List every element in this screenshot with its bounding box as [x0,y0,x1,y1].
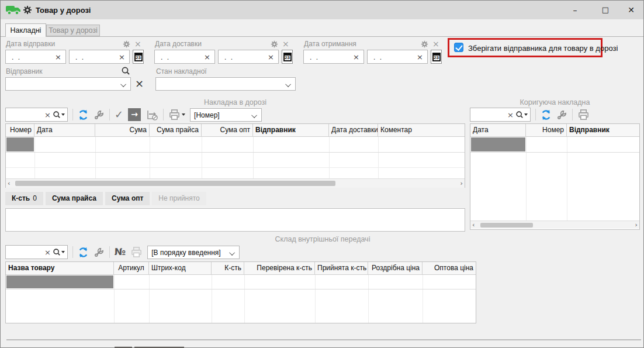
scroll-thumb[interactable] [480,223,533,228]
column-header[interactable]: Перевірена к-сть [244,262,315,274]
clear-icon[interactable]: × [268,53,274,61]
column-header[interactable]: Дата [470,124,526,136]
invoice-table-body[interactable] [6,137,465,178]
column-header[interactable]: Оптова ціна [423,262,476,274]
received-date-calendar-button[interactable]: 23 [431,50,442,64]
minimize-button[interactable]: – [569,4,581,16]
clear-icon[interactable]: × [417,53,423,61]
selected-cell[interactable] [6,275,113,288]
received-date-to-input[interactable]: . . × [367,50,428,64]
sender-combobox[interactable] [5,77,131,91]
sent-date-calendar-button[interactable]: 23 [133,50,144,64]
refresh-icon[interactable] [78,247,89,258]
clear-filter-icon[interactable]: × [432,40,439,48]
column-header[interactable]: Коментар [378,124,465,136]
column-header[interactable]: Відправник [253,124,329,136]
column-header[interactable]: Номер [526,124,567,136]
qty-summary-button[interactable]: К-сть0 [5,192,43,205]
sent-date-from-input[interactable]: . . × [5,50,66,64]
correction-panel-title: Коригуюча накладна [470,98,640,106]
settings-wrench-icon[interactable] [556,109,567,120]
delivery-date-from-input[interactable]: . . × [154,50,215,64]
accept-check-icon[interactable]: ✓ [115,109,123,120]
column-header[interactable]: Відправник [567,124,639,136]
transfer-table-body[interactable] [6,275,476,323]
column-header[interactable]: Сума прайса [150,124,202,136]
tab-goods-in-transit[interactable]: Товар у дорозі [46,25,100,36]
correction-table-hscrollbar[interactable]: ‹ › [470,220,639,229]
clear-sender-icon[interactable]: × [135,77,144,89]
clear-icon[interactable]: × [55,53,61,61]
clear-icon[interactable]: × [204,53,210,61]
printer-icon[interactable] [577,109,590,120]
invoice-state-label: Стан накладної [156,67,207,75]
search-icon[interactable] [121,66,130,75]
correction-search-input[interactable]: × [470,108,531,122]
invoice-panel-title: Накладна в дорозі [5,98,465,106]
scroll-left-icon[interactable]: ‹ [8,180,10,187]
scroll-right-icon[interactable]: › [635,221,638,229]
save-sender-checkbox[interactable] [454,43,463,52]
column-header[interactable]: Артикул [114,262,149,274]
invoice-state-combobox[interactable] [155,77,296,91]
separator [572,109,573,120]
received-date-from-input[interactable]: . . × [303,50,364,64]
column-header[interactable]: К-сть [212,262,244,274]
chevron-down-icon [251,112,257,118]
clear-icon[interactable]: × [507,111,514,119]
selected-cell[interactable] [471,137,525,151]
clear-filter-icon[interactable]: × [282,40,289,48]
cancel-send-icon[interactable] [146,108,158,121]
invoice-comment-box[interactable] [5,208,465,232]
column-header[interactable]: Дата [34,124,95,136]
clear-icon[interactable]: × [44,248,51,257]
settings-wrench-icon[interactable] [94,247,105,258]
close-button[interactable]: ✕ [625,4,638,16]
scroll-right-icon[interactable]: › [461,180,463,187]
search-options-icon[interactable] [515,111,528,119]
gear-icon[interactable] [421,40,428,48]
tab-strip-line [1,36,643,37]
clear-icon[interactable]: × [44,111,51,119]
settings-wrench-icon[interactable] [94,109,105,120]
maximize-button[interactable]: □ [599,4,612,16]
refresh-icon[interactable] [541,109,552,120]
search-options-icon[interactable] [53,248,65,256]
column-header[interactable]: Сума [95,124,150,136]
clear-icon[interactable]: × [353,53,359,61]
price-sum-button[interactable]: Сума прайса [46,192,103,205]
correction-table-body[interactable] [470,137,639,220]
gear-icon[interactable] [271,40,278,48]
invoice-search-input[interactable]: × [5,108,68,122]
invoice-table-hscrollbar[interactable]: ‹ › [6,178,465,188]
tab-invoices[interactable]: Накладні [5,23,46,37]
column-header[interactable]: Прийнята к-сть [315,262,368,274]
numbering-icon[interactable]: № [115,246,126,258]
opt-sum-button[interactable]: Сума опт [105,192,150,205]
refresh-icon[interactable] [78,109,89,120]
invoice-sort-combobox[interactable]: [Номер] [190,108,262,122]
scroll-left-icon[interactable]: ‹ [472,221,475,229]
column-header[interactable]: Дата доставки [329,124,378,136]
column-header[interactable]: Номер [6,124,34,136]
app-window: Товар у дорозі – □ ✕ Накладні Товар у до… [0,0,644,348]
print-button[interactable] [168,109,185,120]
delivery-date-calendar-button[interactable]: 23 [282,50,293,64]
send-arrow-button[interactable]: → [128,108,141,121]
column-header[interactable]: Назва товару [6,262,114,274]
scroll-thumb[interactable] [15,181,335,186]
gear-icon[interactable] [123,40,130,48]
column-header[interactable]: Роздрібна ціна [368,262,423,274]
transfer-search-input[interactable]: × [5,245,68,259]
search-options-icon[interactable] [53,111,65,119]
sender-label: Відправник [6,67,42,75]
clear-filter-icon[interactable]: × [134,40,141,48]
delivery-date-to-input[interactable]: . . × [218,50,279,64]
sent-date-to-input[interactable]: . . × [69,50,130,64]
transfer-sort-combobox[interactable]: [В порядку введення] [147,246,240,259]
transfer-toolbar: × № [В порядку введення] [5,244,240,260]
column-header[interactable]: Штрих-код [149,262,212,274]
selected-cell[interactable] [6,137,34,151]
clear-icon[interactable]: × [119,53,125,61]
column-header[interactable]: Сума опт [202,124,253,136]
